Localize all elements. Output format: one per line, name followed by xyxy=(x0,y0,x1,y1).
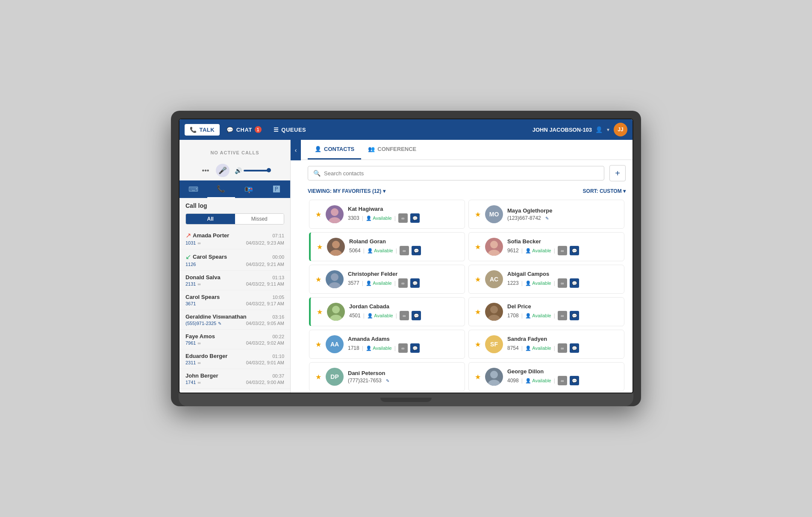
call-item-amada-porter[interactable]: ↗ Amada Porter 07:11 1031 ∞ 04/03/22, 9:… xyxy=(179,228,290,249)
contact-card-abigail-campos[interactable]: ★ AC Abigail Campos 1223 | 👤 Available |… xyxy=(468,265,624,294)
star-button[interactable]: ★ xyxy=(315,275,321,284)
contact-info: Christopher Felder 3577 | 👤 Available | … xyxy=(348,271,459,288)
caller-name: Geraldine Viswanathan xyxy=(185,313,247,320)
user-area[interactable]: JOHN JACOBSON-103 👤 ▼ JJ xyxy=(533,123,627,136)
contact-card-kat-hagiwara[interactable]: ★ Kat Hagiwara 3303 | 👤 Available | xyxy=(309,200,465,229)
contact-info: Sofia Becker 9612 | 👤 Available | ∞ 💬 xyxy=(507,238,618,255)
star-button[interactable]: ★ xyxy=(475,210,481,219)
filter-missed-button[interactable]: Missed xyxy=(235,214,284,224)
filter-all-button[interactable]: All xyxy=(186,214,235,224)
call-item-carol-spears-2[interactable]: Carol Spears 10:05 3671 04/03/22, 9:17 A… xyxy=(179,290,290,310)
action-icons: ∞ 💬 xyxy=(558,246,579,255)
voicemail-action-button[interactable]: ∞ xyxy=(558,278,567,288)
chat-action-button[interactable]: 💬 xyxy=(570,311,579,320)
chat-tab[interactable]: 💬 CHAT 1 xyxy=(221,124,267,136)
action-icons: ∞ 💬 xyxy=(398,343,420,353)
voicemail-action-button[interactable]: ∞ xyxy=(558,343,567,353)
contact-card-amanda-adams[interactable]: ★ AA Amanda Adams 1718 | 👤 Available | ∞ xyxy=(309,330,465,359)
voicemail-action-button[interactable]: ∞ xyxy=(558,311,567,320)
tab-conference[interactable]: 👥 CONFERENCE xyxy=(361,140,423,160)
talk-tab[interactable]: 📞 TALK xyxy=(185,124,220,136)
action-icons: ∞ 💬 xyxy=(558,278,579,288)
contact-card-del-price[interactable]: ★ Del Price 1708 | 👤 Available | xyxy=(468,297,624,326)
chat-label: CHAT xyxy=(236,127,252,133)
queues-tab[interactable]: ☰ QUEUES xyxy=(268,124,311,136)
star-button[interactable]: ★ xyxy=(475,373,481,381)
star-button[interactable]: ★ xyxy=(475,275,481,284)
star-button[interactable]: ★ xyxy=(475,243,481,251)
svg-point-1 xyxy=(329,217,341,223)
star-button[interactable]: ★ xyxy=(315,210,321,219)
call-item-faye-amos[interactable]: Faye Amos 00:22 7961 ∞ 04/03/22, 9:02 AM xyxy=(179,330,290,349)
parking-tab[interactable]: 🅿 xyxy=(262,180,290,198)
contact-card-roland-goran[interactable]: ★ Roland Goran 5064 | 👤 Available | xyxy=(309,232,465,261)
action-icons: ∞ 💬 xyxy=(398,278,420,288)
chat-action-button[interactable]: 💬 xyxy=(412,246,421,255)
contact-card-christopher-felder[interactable]: ★ Christopher Felder 3577 | 👤 Available … xyxy=(309,265,465,294)
chat-action-button[interactable]: 💬 xyxy=(412,311,421,320)
star-button[interactable]: ★ xyxy=(475,340,481,349)
call-date: 04/03/22, 9:11 AM xyxy=(246,281,284,287)
svg-point-3 xyxy=(330,250,342,256)
star-button[interactable]: ★ xyxy=(317,308,323,316)
inbound-arrow-icon: ↙ xyxy=(185,253,191,261)
avatar-image xyxy=(485,238,503,256)
calls-tab[interactable]: 📞 xyxy=(207,180,235,198)
contact-card-dani-peterson[interactable]: ★ DP Dani Peterson (777)321-7653 ✎ xyxy=(309,362,465,391)
star-button[interactable]: ★ xyxy=(315,340,321,349)
search-input[interactable] xyxy=(324,170,599,177)
call-list: ↗ Amada Porter 07:11 1031 ∞ 04/03/22, 9:… xyxy=(179,228,290,393)
star-button[interactable]: ★ xyxy=(475,308,481,316)
call-item-geraldine[interactable]: Geraldine Viswanathan 03:16 (555)971-232… xyxy=(179,310,290,330)
volume-slider-track[interactable] xyxy=(244,170,269,171)
add-contact-button[interactable]: + xyxy=(609,165,626,181)
action-icons: ∞ 💬 xyxy=(400,246,421,255)
contact-card-george-dillon[interactable]: ★ George Dillon 4098 | 👤 Available | xyxy=(468,362,624,391)
collapse-panel-button[interactable]: ‹ xyxy=(291,140,301,160)
call-date: 04/03/22, 9:02 AM xyxy=(246,340,284,346)
voicemail-action-button[interactable]: ∞ xyxy=(400,246,409,255)
contact-card-jordan-cabada[interactable]: ★ Jordan Cabada 4501 | 👤 Available | xyxy=(309,297,465,326)
contact-card-sandra-fadyen[interactable]: ★ SF Sandra Fadyen 8754 | 👤 Available | … xyxy=(468,330,624,359)
contact-card-maya-oglethorpe[interactable]: ★ MO Maya Oglethorpe (123)667-8742 ✎ xyxy=(468,200,624,229)
voicemail-action-button[interactable]: ∞ xyxy=(558,246,567,255)
dialpad-tab[interactable]: ⌨ xyxy=(179,180,207,198)
call-date: 04/03/22, 9:00 AM xyxy=(246,380,284,385)
call-item-carol-spears-1[interactable]: ↙ Carol Spears 00:00 1126 04/03/22, 9:21… xyxy=(179,249,290,271)
chat-action-button[interactable]: 💬 xyxy=(410,343,420,353)
call-item-donald-salva[interactable]: Donald Salva 01:13 2131 ∞ 04/03/22, 9:11… xyxy=(179,271,290,290)
svg-point-0 xyxy=(331,208,338,216)
star-button[interactable]: ★ xyxy=(315,373,321,381)
left-panel: NO ACTIVE CALLS ••• 🎤 🔊 ⌨ 📞 📭 🅿 xyxy=(179,140,291,393)
voicemail-action-button[interactable]: ∞ xyxy=(558,376,567,385)
call-duration: 10:05 xyxy=(272,295,284,300)
caller-name: Amada Porter xyxy=(193,232,229,239)
mute-button[interactable]: 🎤 xyxy=(216,164,229,177)
edit-icon[interactable]: ✎ xyxy=(386,378,389,383)
chat-action-button[interactable]: 💬 xyxy=(570,246,579,255)
voicemail-action-button[interactable]: ∞ xyxy=(398,213,408,223)
voicemail-action-button[interactable]: ∞ xyxy=(398,278,408,288)
edit-icon[interactable]: ✎ xyxy=(218,321,221,326)
contact-ext: 8754 xyxy=(507,345,519,351)
voicemail-action-button[interactable]: ∞ xyxy=(400,311,409,320)
chat-action-button[interactable]: 💬 xyxy=(410,278,420,288)
call-item-john-berger[interactable]: John Berger 00:37 1741 ∞ 04/03/22, 9:00 … xyxy=(179,369,290,389)
sort-label[interactable]: SORT: CUSTOM ▾ xyxy=(583,188,626,194)
edit-icon[interactable]: ✎ xyxy=(545,216,549,221)
chat-action-button[interactable]: 💬 xyxy=(570,376,579,385)
contact-info: Del Price 1708 | 👤 Available | ∞ 💬 xyxy=(507,303,618,320)
star-button[interactable]: ★ xyxy=(317,243,323,251)
action-icons: ∞ 💬 xyxy=(398,213,420,223)
voicemail-action-button[interactable]: ∞ xyxy=(398,343,408,353)
contact-card-sofia-becker[interactable]: ★ Sofia Becker 9612 | 👤 Available | xyxy=(468,232,624,261)
viewing-label[interactable]: VIEWING: MY FAVORITES (12) ▾ xyxy=(308,188,385,194)
chat-action-button[interactable]: 💬 xyxy=(410,213,420,223)
more-options-button[interactable]: ••• xyxy=(200,165,211,176)
tab-contacts[interactable]: 👤 CONTACTS xyxy=(308,140,361,160)
voicemail-tab[interactable]: 📭 xyxy=(235,180,263,198)
chat-action-button[interactable]: 💬 xyxy=(570,343,579,353)
avatar-image xyxy=(326,205,344,223)
chat-action-button[interactable]: 💬 xyxy=(570,278,579,288)
call-item-eduardo-berger[interactable]: Eduardo Berger 01:10 2311 ∞ 04/03/22, 9:… xyxy=(179,349,290,369)
